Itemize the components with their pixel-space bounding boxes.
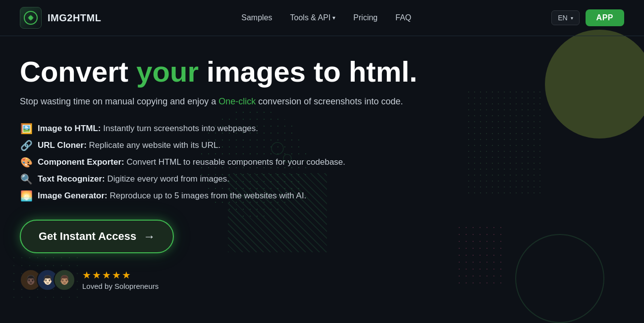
hero-subtitle-part1: Stop wasting time on manual copying and … xyxy=(20,96,218,106)
feature-text-0: Instantly turn screenshots into webpages… xyxy=(101,124,259,133)
nav-item-pricing[interactable]: Pricing xyxy=(353,13,377,22)
lang-chevron-icon: ▾ xyxy=(571,15,573,21)
feature-text-2: Convert HTML to reusable components for … xyxy=(124,157,345,167)
hero-subtitle: Stop wasting time on manual copying and … xyxy=(20,96,624,107)
feature-bold-3: Text Recognizer: xyxy=(38,174,105,184)
logo[interactable]: IMG2HTML xyxy=(20,7,101,29)
social-text: ★★★★★ Loved by Solopreneurs xyxy=(82,269,159,290)
hero-title-part1: Convert xyxy=(20,55,136,88)
feature-bold-4: Image Generator: xyxy=(38,191,107,200)
feature-bold-2: Component Exporter: xyxy=(38,157,124,167)
logo-icon xyxy=(20,7,42,29)
text-recognizer-icon: 🔍 xyxy=(20,173,33,185)
hero-title-part2: images to html. xyxy=(199,55,418,88)
component-exporter-icon: 🎨 xyxy=(20,156,33,168)
feature-item-text-recognizer: 🔍 Text Recognizer: Digitize every word f… xyxy=(20,173,624,185)
social-proof: 👨🏿 👨🏻 👨🏽 ★★★★★ Loved by Solopreneurs xyxy=(20,269,624,291)
nav-right: EN ▾ APP xyxy=(551,9,624,26)
logo-text: IMG2HTML xyxy=(48,12,101,24)
hero-title: Convert your images to html. xyxy=(20,56,624,88)
svg-point-3 xyxy=(29,16,33,20)
nav-item-faq[interactable]: FAQ xyxy=(395,13,411,22)
hero-title-highlight: your xyxy=(136,55,199,88)
avatar-group: 👨🏿 👨🏻 👨🏽 xyxy=(20,269,75,291)
feature-list: 🖼️ Image to HTML: Instantly turn screens… xyxy=(20,123,624,202)
feature-item-url-cloner: 🔗 URL Cloner: Replicate any website with… xyxy=(20,139,624,151)
cta-label: Get Instant Access xyxy=(39,230,136,243)
hero-subtitle-part2: conversion of screenshots into code. xyxy=(256,96,403,106)
nav-links: Samples Tools & API ▾ Pricing FAQ xyxy=(241,13,411,22)
feature-text-3: Digitize every word from images. xyxy=(105,174,229,184)
feature-item-component-exporter: 🎨 Component Exporter: Convert HTML to re… xyxy=(20,156,624,168)
feature-bold-0: Image to HTML: xyxy=(38,124,101,133)
social-label: Loved by Solopreneurs xyxy=(82,282,159,290)
hero-subtitle-link: One-click xyxy=(218,96,256,106)
cta-arrow-icon: → xyxy=(143,230,155,243)
image-to-html-icon: 🖼️ xyxy=(20,123,33,135)
language-selector[interactable]: EN ▾ xyxy=(551,10,579,25)
feature-bold-1: URL Cloner: xyxy=(38,140,87,150)
hero-section: Convert your images to html. Stop wastin… xyxy=(0,36,644,291)
cta-button[interactable]: Get Instant Access → xyxy=(20,220,174,253)
feature-item-image-to-html: 🖼️ Image to HTML: Instantly turn screens… xyxy=(20,123,624,135)
nav-item-samples[interactable]: Samples xyxy=(241,13,272,22)
image-generator-icon: 🌅 xyxy=(20,190,33,202)
tools-api-chevron-icon: ▾ xyxy=(332,14,335,21)
feature-text-4: Reproduce up to 5 images from the websit… xyxy=(107,191,307,200)
navbar: IMG2HTML Samples Tools & API ▾ Pricing F… xyxy=(0,0,644,36)
app-button[interactable]: APP xyxy=(586,9,624,26)
star-rating: ★★★★★ xyxy=(82,269,159,281)
avatar-3: 👨🏽 xyxy=(54,269,75,291)
feature-text-1: Replicate any website with its URL. xyxy=(87,140,220,150)
nav-item-tools-api[interactable]: Tools & API ▾ xyxy=(290,13,336,22)
feature-item-image-generator: 🌅 Image Generator: Reproduce up to 5 ima… xyxy=(20,190,624,202)
lang-label: EN xyxy=(558,14,567,22)
url-cloner-icon: 🔗 xyxy=(20,139,33,151)
